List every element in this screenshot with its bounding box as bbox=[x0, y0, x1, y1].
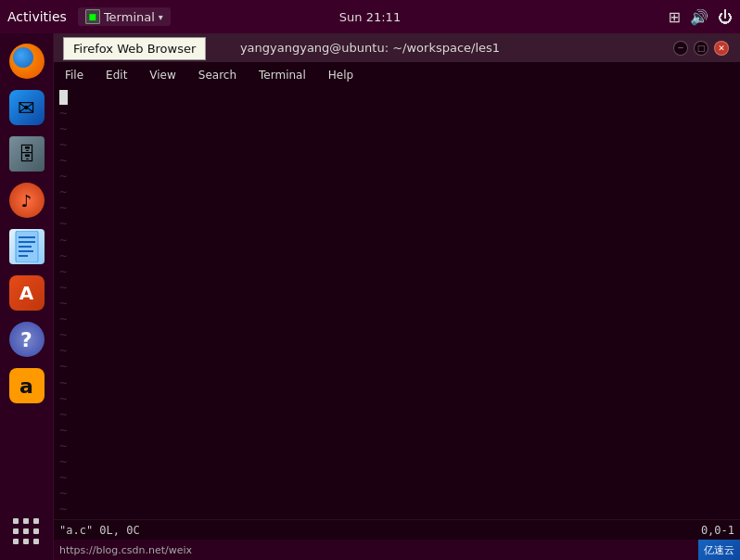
vim-line-9: ~ bbox=[56, 216, 740, 232]
app-grid-icon bbox=[9, 515, 45, 550]
vim-line-25: ~ bbox=[56, 470, 740, 486]
vim-line-7: ~ bbox=[56, 185, 740, 200]
vim-line-11: ~ bbox=[56, 248, 740, 263]
sidebar-item-software[interactable]: A bbox=[6, 273, 47, 313]
cursor bbox=[59, 90, 68, 105]
sidebar-item-app-grid[interactable] bbox=[6, 512, 47, 553]
svg-rect-2 bbox=[19, 236, 35, 238]
vim-line-24: ~ bbox=[56, 454, 740, 470]
terminal-menubar: File Edit View Search Terminal Help bbox=[54, 63, 740, 87]
firefox-icon bbox=[9, 44, 45, 79]
sidebar-item-thunderbird[interactable]: ✉ bbox=[6, 87, 47, 128]
thunderbird-icon: ✉ bbox=[9, 90, 45, 125]
vim-line-13: ~ bbox=[56, 279, 740, 295]
vim-line-22: ~ bbox=[56, 422, 740, 438]
svg-rect-4 bbox=[19, 246, 32, 248]
vim-line-26: ~ bbox=[56, 486, 740, 502]
vim-content: ~ ~ ~ ~ ~ ~ ~ ~ ~ ~ ~ ~ ~ ~ ~ ~ ~ ~ ~ ~ bbox=[54, 89, 740, 517]
vim-line-6: ~ bbox=[56, 169, 740, 185]
sidebar-dock: ✉ 🗄 ♪ A bbox=[0, 33, 54, 560]
sidebar-item-rhythmbox[interactable]: ♪ bbox=[6, 180, 47, 221]
terminal-app-menu[interactable]: ■ Terminal ▾ bbox=[78, 7, 171, 26]
menu-file[interactable]: File bbox=[61, 67, 87, 83]
vim-line-10: ~ bbox=[56, 232, 740, 248]
vim-status-left: "a.c" 0L, 0C bbox=[59, 524, 140, 537]
vim-editor[interactable]: ~ ~ ~ ~ ~ ~ ~ ~ ~ ~ ~ ~ ~ ~ ~ ~ ~ ~ ~ ~ bbox=[54, 87, 740, 519]
svg-rect-5 bbox=[19, 250, 33, 252]
vim-line-3: ~ bbox=[56, 121, 740, 136]
sidebar-item-amazon[interactable]: a bbox=[6, 365, 47, 406]
help-icon: ? bbox=[9, 322, 45, 357]
maximize-button[interactable]: □ bbox=[694, 41, 708, 56]
vim-statusbar: "a.c" 0L, 0C 0,0-1 bbox=[54, 519, 740, 540]
vim-line-5: ~ bbox=[56, 152, 740, 168]
menu-edit[interactable]: Edit bbox=[102, 67, 131, 83]
sidebar-item-help[interactable]: ? bbox=[6, 319, 47, 360]
terminal-app-icon: ■ bbox=[85, 9, 100, 24]
vim-line-14: ~ bbox=[56, 295, 740, 311]
power-icon[interactable]: ⏻ bbox=[718, 8, 733, 26]
vim-line-21: ~ bbox=[56, 406, 740, 422]
terminal-title: yangyangyang@ubuntu: ~/workspace/les1 bbox=[240, 41, 500, 55]
close-button[interactable]: ✕ bbox=[714, 41, 729, 56]
vim-status-right: 0,0-1 bbox=[701, 524, 734, 537]
minimize-button[interactable]: ─ bbox=[673, 41, 688, 56]
sidebar-item-writer[interactable] bbox=[6, 226, 47, 267]
menu-terminal[interactable]: Terminal bbox=[255, 67, 310, 83]
terminal-app-label: Terminal bbox=[104, 10, 155, 24]
vim-line-19: ~ bbox=[56, 375, 740, 390]
vim-line-17: ~ bbox=[56, 343, 740, 359]
svg-rect-3 bbox=[19, 241, 35, 243]
bottom-bar: https://blog.csdn.net/weix 亿速云 bbox=[54, 540, 740, 560]
clock: Sun 21:11 bbox=[339, 10, 401, 24]
software-icon: A bbox=[9, 275, 45, 311]
vim-line-12: ~ bbox=[56, 263, 740, 279]
vim-line-20: ~ bbox=[56, 390, 740, 406]
svg-rect-6 bbox=[19, 255, 28, 257]
rhythmbox-icon: ♪ bbox=[9, 183, 45, 218]
chevron-down-icon: ▾ bbox=[159, 12, 163, 22]
menu-view[interactable]: View bbox=[146, 67, 179, 83]
sidebar-item-files[interactable]: 🗄 bbox=[6, 134, 47, 174]
vim-line-16: ~ bbox=[56, 327, 740, 343]
volume-icon[interactable]: 🔊 bbox=[690, 8, 708, 26]
vim-line-8: ~ bbox=[56, 200, 740, 216]
vim-line-4: ~ bbox=[56, 136, 740, 152]
vim-line-27: ~ bbox=[56, 502, 740, 517]
writer-icon bbox=[9, 229, 45, 264]
menu-search[interactable]: Search bbox=[195, 67, 240, 83]
files-icon: 🗄 bbox=[9, 136, 45, 172]
yiyun-label: 亿速云 bbox=[704, 543, 734, 557]
menu-help[interactable]: Help bbox=[325, 67, 357, 83]
vim-line-23: ~ bbox=[56, 438, 740, 453]
vim-line-1 bbox=[56, 89, 740, 105]
url-display: https://blog.csdn.net/weix bbox=[54, 544, 192, 556]
vim-line-15: ~ bbox=[56, 312, 740, 327]
yiyun-badge[interactable]: 亿速云 bbox=[698, 540, 740, 560]
sidebar-item-firefox[interactable] bbox=[6, 41, 47, 82]
top-bar: Activities ■ Terminal ▾ Sun 21:11 ⊞ 🔊 ⏻ bbox=[0, 0, 740, 33]
firefox-tooltip: Firefox Web Browser bbox=[63, 37, 206, 60]
amazon-icon: a bbox=[9, 368, 45, 403]
main-area: ✉ 🗄 ♪ A bbox=[0, 33, 740, 560]
terminal-container: Firefox Web Browser yangyangyang@ubuntu:… bbox=[54, 33, 740, 560]
window-controls: ─ □ ✕ bbox=[673, 41, 729, 56]
network-icon[interactable]: ⊞ bbox=[669, 8, 681, 26]
activities-button[interactable]: Activities bbox=[7, 9, 67, 24]
vim-line-2: ~ bbox=[56, 105, 740, 121]
vim-line-18: ~ bbox=[56, 359, 740, 375]
